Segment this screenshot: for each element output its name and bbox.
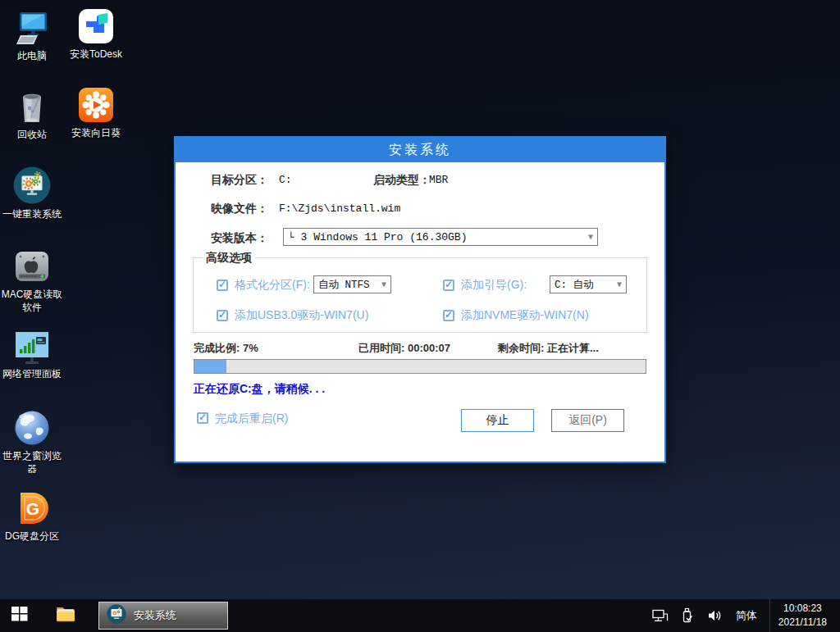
format-type-dropdown[interactable]: 自动 NTFS ▼ <box>313 275 391 293</box>
progress-bar <box>194 359 646 374</box>
desktop-icon-diskgenius[interactable]: G DG硬盘分区 <box>0 489 64 543</box>
clock-time: 10:08:23 <box>778 602 827 616</box>
desktop-icon-label: 安装向日葵 <box>71 127 121 140</box>
stop-button[interactable]: 停止 <box>461 409 534 432</box>
elapsed-time-label: 已用时间: 00:00:07 <box>358 341 450 356</box>
desktop-icon-label: 回收站 <box>17 129 47 142</box>
desktop-icon-recycle-bin[interactable]: 回收站 <box>0 87 64 142</box>
add-boot-value: C: 自动 <box>555 278 594 292</box>
desktop-icon-label: DG硬盘分区 <box>5 530 59 543</box>
boot-type-label: 启动类型： <box>373 173 431 188</box>
advanced-options-legend: 高级选项 <box>203 251 255 266</box>
clock-date: 2021/11/18 <box>778 616 827 630</box>
add-boot-label: 添加引导(G): <box>461 278 527 293</box>
volume-tray-icon[interactable] <box>707 599 724 632</box>
dialog-title: 安装系统 <box>389 142 451 159</box>
taskbar-task-install-system[interactable]: 安装系统 <box>98 602 228 630</box>
desktop-icon-mac-disk[interactable]: MAC硬盘读取软件 <box>0 247 64 314</box>
start-button[interactable] <box>0 599 39 632</box>
install-version-value: └ 3 Windows 11 Pro (16.30GB) <box>288 231 467 243</box>
desktop-icon-world-browser[interactable]: 世界之窗浏览器 <box>0 408 64 475</box>
target-partition-label: 目标分区： <box>211 173 268 188</box>
this-pc-icon <box>12 8 52 48</box>
install-version-dropdown[interactable]: └ 3 Windows 11 Pro (16.30GB) ▼ <box>283 228 598 246</box>
taskbar-clock[interactable]: 10:08:23 2021/11/18 <box>769 599 835 632</box>
install-system-dialog: 安装系统 目标分区： C: 启动类型： MBR 映像文件： F:\Zjds\in… <box>174 136 666 463</box>
image-file-label: 映像文件： <box>211 202 268 216</box>
reinstall-system-icon <box>106 603 127 628</box>
restart-after-checkbox[interactable] <box>197 412 208 424</box>
chevron-down-icon: ▼ <box>617 280 622 289</box>
desktop-icon-label: 一键重装系统 <box>2 208 62 221</box>
chevron-down-icon: ▼ <box>381 280 386 289</box>
desktop-icon-label: 网络管理面板 <box>2 368 62 381</box>
taskbar: 安装系统 简体 10:08:23 <box>0 599 840 632</box>
folder-icon <box>55 603 76 628</box>
progress-fill <box>194 360 226 373</box>
desktop-icon-network-panel[interactable]: 网络管理面板 <box>0 330 64 381</box>
windows-logo-icon <box>10 604 30 627</box>
desktop-icon-label: 世界之窗浏览器 <box>1 450 63 475</box>
back-button[interactable]: 返回(P) <box>551 409 624 432</box>
format-type-value: 自动 NTFS <box>318 278 370 292</box>
boot-type-value: MBR <box>429 174 448 186</box>
ime-indicator[interactable]: 简体 <box>736 608 757 623</box>
system-tray: 简体 10:08:23 2021/11/18 <box>652 599 840 632</box>
desktop-icon-label: MAC硬盘读取软件 <box>1 289 63 314</box>
desktop-icon-todesk[interactable]: 安装ToDesk <box>64 7 128 61</box>
usb-tray-icon[interactable] <box>681 599 695 632</box>
usb3-driver-checkbox[interactable] <box>217 310 228 321</box>
world-browser-icon <box>12 408 52 448</box>
file-explorer-button[interactable] <box>46 599 85 632</box>
dialog-body: 目标分区： C: 启动类型： MBR 映像文件： F:\Zjds\install… <box>176 162 664 461</box>
diskgenius-icon: G <box>12 489 52 528</box>
nvme-driver-label: 添加NVME驱动-WIN7(N) <box>461 308 589 323</box>
target-partition-value: C: <box>279 174 292 186</box>
status-text: 正在还原C:盘，请稍候. . . <box>194 382 325 397</box>
sunflower-icon <box>76 85 116 125</box>
mac-disk-icon <box>12 247 52 286</box>
chevron-down-icon: ▼ <box>588 233 593 242</box>
desktop-icon-sunflower[interactable]: 安装向日葵 <box>64 85 128 140</box>
format-partition-checkbox[interactable] <box>217 280 228 291</box>
install-version-label: 安装版本： <box>211 231 268 246</box>
desktop-icon-label: 此电脑 <box>17 50 47 63</box>
image-file-value: F:\Zjds\install.wim <box>279 202 400 215</box>
dialog-title-bar[interactable]: 安装系统 <box>176 138 664 162</box>
recycle-bin-icon <box>12 87 52 126</box>
restart-after-label: 完成后重启(R) <box>215 411 288 426</box>
desktop-icon-reinstall-system[interactable]: 一键重装系统 <box>0 165 64 221</box>
svg-text:G: G <box>26 499 39 518</box>
desktop-icon-this-pc[interactable]: 此电脑 <box>0 8 64 63</box>
network-tray-icon[interactable] <box>652 599 669 632</box>
taskbar-task-label: 安装系统 <box>134 608 176 623</box>
desktop-icon-label: 安装ToDesk <box>70 48 122 61</box>
remaining-time-label: 剩余时间: 正在计算... <box>498 341 599 356</box>
reinstall-system-icon <box>11 165 52 206</box>
advanced-options-group: 高级选项 格式化分区(F): 自动 NTFS ▼ 添加引导(G): C: 自动 … <box>193 257 647 333</box>
add-boot-dropdown[interactable]: C: 自动 ▼ <box>550 275 627 293</box>
format-partition-label: 格式化分区(F): <box>235 278 310 293</box>
usb3-driver-label: 添加USB3.0驱动-WIN7(U) <box>235 308 368 323</box>
nvme-driver-checkbox[interactable] <box>443 310 454 321</box>
network-panel-icon <box>12 330 52 366</box>
progress-percent-label: 完成比例: 7% <box>194 341 258 356</box>
todesk-icon <box>76 7 116 46</box>
add-boot-checkbox[interactable] <box>443 280 454 291</box>
